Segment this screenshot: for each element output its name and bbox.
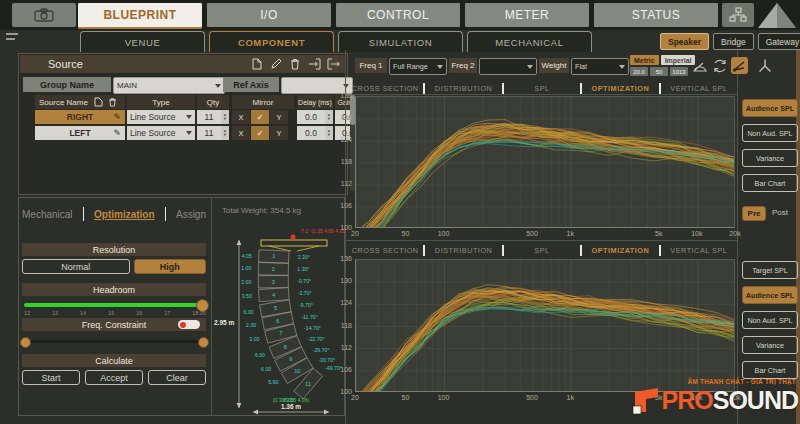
source-name-cell[interactable]: RIGHT✎	[35, 110, 125, 124]
resolution-high[interactable]: High	[134, 259, 206, 274]
layer-button-variance[interactable]: Variance	[742, 336, 798, 354]
spl-chart-mode-button[interactable]	[731, 57, 748, 74]
calc-accept[interactable]: Accept	[85, 370, 143, 385]
protractor-icon[interactable]	[692, 58, 708, 74]
type-select[interactable]: Line Source	[127, 110, 195, 124]
resolution-normal[interactable]: Normal	[22, 259, 130, 274]
opt-tab-mechanical[interactable]: Mechanical	[22, 209, 73, 220]
delete-source-icon[interactable]	[289, 58, 301, 70]
layer-button-audience-spl[interactable]: Audience SPL	[742, 286, 798, 304]
export-source-icon[interactable]	[327, 58, 340, 70]
mirror-y-cell[interactable]: Y	[270, 110, 288, 124]
view-tab-cross-section[interactable]: CROSS SECTION	[347, 246, 423, 255]
group-name-label: Group Name	[23, 77, 111, 92]
top-tab-status[interactable]: STATUS	[594, 3, 718, 27]
delete-row-icon[interactable]	[108, 97, 117, 107]
env-value-0[interactable]: 20.0	[630, 67, 648, 76]
axes-icon[interactable]	[757, 58, 773, 74]
device-button-speaker[interactable]: Speaker	[660, 33, 709, 50]
sub-tab-mechanical[interactable]: MECHANICAL	[467, 31, 592, 52]
edit-name-icon[interactable]: ✎	[113, 128, 121, 138]
env-value-1[interactable]: 50	[650, 67, 668, 76]
freq-constraint-range-track[interactable]	[24, 340, 206, 343]
layer-button-bar-chart[interactable]: Bar Chart	[742, 174, 798, 192]
view-tab-distribution[interactable]: DISTRIBUTION	[425, 84, 501, 93]
freq-constraint-toggle[interactable]	[178, 320, 200, 329]
opt-tab-assign[interactable]: Assign	[176, 209, 206, 220]
x-tick-label: 50	[393, 394, 417, 401]
chevron-down-icon	[215, 84, 221, 88]
source-name-text: RIGHT	[67, 112, 93, 122]
qty-value[interactable]: 11	[197, 126, 221, 140]
app-logo-triangle	[757, 2, 797, 29]
unit-imperial[interactable]: Imperial	[661, 55, 696, 65]
env-value-2[interactable]: 1013	[670, 67, 688, 76]
rotate-icon[interactable]	[712, 58, 728, 74]
edit-source-icon[interactable]	[270, 58, 282, 70]
pre-button[interactable]: Pre	[742, 206, 766, 221]
view-tab-optimization[interactable]: OPTIMIZATION	[582, 84, 658, 93]
view-tab-cross-section[interactable]: CROSS SECTION	[347, 84, 423, 93]
add-row-icon[interactable]	[94, 97, 103, 107]
source-panel-title: Source	[48, 58, 83, 70]
chevron-down-icon	[186, 131, 192, 135]
view-tab-spl[interactable]: SPL	[504, 84, 580, 93]
headroom-slider-track[interactable]	[24, 303, 206, 307]
calc-start[interactable]: Start	[22, 370, 80, 385]
calc-clear[interactable]: Clear	[148, 370, 206, 385]
qty-stepper[interactable]: ▴▾	[221, 110, 229, 124]
top-tab-blueprint[interactable]: BLUEPRINT	[78, 3, 202, 27]
sub-tab-component[interactable]: COMPONENT	[209, 31, 334, 52]
view-tab-vertical-spl[interactable]: VERTICAL SPL	[661, 84, 737, 93]
freq-range-knob-high[interactable]	[198, 337, 209, 348]
layer-button-target-spl[interactable]: Target SPL	[742, 261, 798, 279]
freq-constraint-header: Freq. Constraint	[22, 318, 206, 331]
post-button[interactable]: Post	[772, 208, 788, 217]
opt-tab-optimization[interactable]: Optimization	[94, 209, 155, 220]
top-tab-i-o[interactable]: I/O	[207, 3, 331, 27]
weight-select[interactable]: Flat	[571, 58, 629, 75]
device-button-gateway[interactable]: Gateway	[758, 33, 800, 50]
view-tab-spl[interactable]: SPL	[504, 246, 580, 255]
delay-value[interactable]: 0.0	[297, 126, 325, 140]
mirror-check-cell[interactable]: ✓	[251, 126, 269, 140]
source-name-cell[interactable]: LEFT✎	[35, 126, 125, 140]
group-name-select[interactable]: MAIN	[113, 77, 225, 94]
freq2-select[interactable]	[479, 58, 537, 75]
layer-button-variance[interactable]: Variance	[742, 149, 798, 167]
new-source-icon[interactable]	[251, 58, 263, 70]
sub-tab-venue[interactable]: VENUE	[80, 31, 205, 52]
qty-value[interactable]: 11	[197, 110, 221, 124]
view-tab-optimization[interactable]: OPTIMIZATION	[582, 246, 658, 255]
layer-button-non-aud-spl[interactable]: Non Aud. SPL	[742, 124, 798, 142]
screenshot-button[interactable]	[12, 3, 76, 27]
edit-name-icon[interactable]: ✎	[113, 112, 121, 122]
svg-text:2.30°: 2.30°	[298, 254, 310, 260]
col-source-name-label: Source Name	[39, 98, 88, 107]
mirror-x-cell[interactable]: X	[232, 126, 250, 140]
view-tab-vertical-spl[interactable]: VERTICAL SPL	[661, 246, 737, 255]
delay-value[interactable]: 0.0	[297, 110, 325, 124]
unit-metric[interactable]: Metric	[630, 55, 659, 65]
freq-range-knob-low[interactable]	[20, 337, 31, 348]
freq1-select[interactable]: Full Range	[389, 58, 447, 75]
svg-text:8: 8	[284, 344, 287, 350]
menu-icon[interactable]	[6, 33, 20, 45]
qty-stepper[interactable]: ▴▾	[221, 126, 229, 140]
source-panel: Source Group Name MAIN Ref Axis Source N…	[18, 53, 348, 195]
layer-button-non-aud-spl[interactable]: Non Aud. SPL	[742, 311, 798, 329]
mirror-y-cell[interactable]: Y	[270, 126, 288, 140]
top-tab-meter[interactable]: METER	[465, 3, 589, 27]
top-tab-control[interactable]: CONTROL	[336, 3, 460, 27]
sub-tab-simulation[interactable]: SIMULATION	[338, 31, 463, 52]
view-tab-bar-bottom: CROSS SECTIONDISTRIBUTIONSPLOPTIMIZATION…	[347, 244, 737, 257]
import-source-icon[interactable]	[308, 58, 321, 70]
mirror-check-cell[interactable]: ✓	[251, 110, 269, 124]
device-button-bridge[interactable]: Bridge	[713, 33, 754, 50]
type-select[interactable]: Line Source	[127, 126, 195, 140]
network-button[interactable]	[722, 3, 754, 27]
layer-button-audience-spl[interactable]: Audience SPL	[742, 99, 798, 117]
mirror-x-cell[interactable]: X	[232, 110, 250, 124]
view-tab-distribution[interactable]: DISTRIBUTION	[425, 246, 501, 255]
calculate-header: Calculate	[22, 354, 206, 367]
